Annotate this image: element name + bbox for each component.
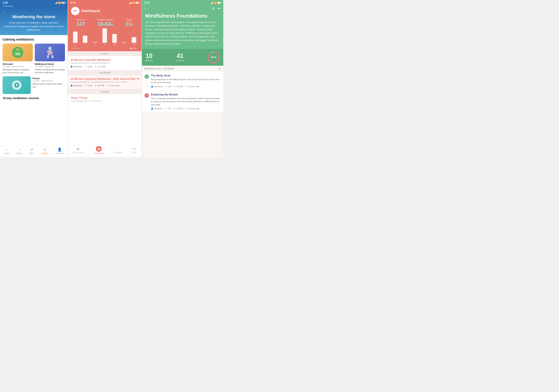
last-played-ago: ⊙ 7 hours ago <box>107 84 119 87</box>
focus-meta: 1-3 MIN · MEDITATION <box>33 80 65 82</box>
walking-card-image <box>35 44 65 61</box>
screen-mindfulness-foundations: 5:14 📶 ‹ ⬇ ••• Mindfulness Foundations O… <box>142 0 223 157</box>
module-header[interactable]: Mindfulness 101 - The Breath ▲ <box>142 66 223 71</box>
nav-sleep[interactable]: ☽ Sleep <box>17 148 22 154</box>
my-programs-icon: ▶ <box>77 147 80 151</box>
session-check-icon-1: ✓ <box>144 74 149 79</box>
trending-item[interactable]: Three Things Stress Management / The Red… <box>68 94 141 106</box>
bar-F <box>83 36 87 43</box>
wifi-icon-3: 📶 <box>214 1 216 4</box>
exploring-breath-type: 👤 Meditation <box>151 107 163 110</box>
battery-icon-2 <box>135 2 139 4</box>
walking-desc: Practice mindfulness by noticing how you… <box>35 68 65 74</box>
bar-chart: T F S S M T W <box>70 30 139 46</box>
wifi-icon: 📶 <box>58 1 61 4</box>
bar-M <box>112 34 117 43</box>
nav-my-programs[interactable]: ▶ My Programs <box>73 147 84 154</box>
stressed-card[interactable]: Stressed 3-10 MIN · MEDITATION Recognize… <box>3 44 33 74</box>
signal-icon-3 <box>211 2 213 4</box>
walking-card[interactable]: Walking at Home 3-10 MIN · EXERCISE Prac… <box>35 44 65 74</box>
up-next-item[interactable]: 20 Minute Unguided Meditation Unguided M… <box>68 56 141 70</box>
page-description-1: A free selection of meditation, sleep, a… <box>3 21 64 32</box>
walking-title: Walking at Home <box>35 63 65 65</box>
module-arrow-icon: ▲ <box>218 67 221 70</box>
back-button-1[interactable]: ‹ <box>3 10 64 13</box>
size-icon-2: ⬇ <box>174 107 175 110</box>
program-content: Mindfulness 101 - The Breath ▲ ✓ The Bod… <box>142 66 223 157</box>
more-options-button[interactable]: ••• <box>217 7 221 10</box>
battery-icon-3 <box>217 2 221 4</box>
program-description: Our most comprehensive adult program. Th… <box>145 20 220 46</box>
body-scan-ago: ⊙ 2 months ago <box>185 85 199 88</box>
meditation-type-icon-2: 👤 <box>151 107 153 110</box>
exploring-breath-size: ⬇ 1.28 MB <box>174 107 183 110</box>
trending-subtitle: Stress Management / The Red Zone <box>70 100 139 102</box>
favourites-icon: ♡ <box>116 147 120 151</box>
last-played-item[interactable]: 10 Minute Unguided Meditation - With Int… <box>68 75 141 89</box>
last-played-meta: 👤 Meditation ⏱ 10:00 ⬇ 6.87 MB ⊙ 7 hours… <box>70 84 139 87</box>
download-button[interactable]: ⬇ <box>212 7 215 10</box>
modules-count: 10 <box>145 53 153 59</box>
chart-bar-2: S <box>93 42 97 46</box>
bottom-nav-2: ▶ My Programs ▦ Dashboard ♡ Favourites •… <box>68 144 141 157</box>
status-time-1: 1:35 <box>3 1 8 4</box>
modules-stat: 10 Modules <box>145 53 153 62</box>
legend-mood: Mood <box>130 47 136 49</box>
sessions-stat: 41 Sessions <box>176 53 184 62</box>
trending-header: Trending <box>68 89 141 94</box>
favourite-heart-icon[interactable]: ❤ <box>137 77 139 80</box>
exploring-breath-ago: ⊙ 2 months ago <box>185 107 199 110</box>
time-icon-1: ⊙ <box>185 85 187 88</box>
nav-khamosh[interactable]: 👤 Khamosh <box>56 148 64 154</box>
chart-bar-0: T <box>73 32 77 46</box>
session-body-scan[interactable]: ✓ The Body Scan Bring awareness to the d… <box>142 71 223 90</box>
focus-card[interactable]: Focus 1-3 MIN · MEDITATION Bring out the… <box>3 76 65 94</box>
meditation-type-icon-1: 👤 <box>151 85 153 88</box>
stressed-title: Stressed <box>3 63 33 65</box>
last-played-type: 👤 Meditation <box>70 84 82 87</box>
up-next-size: ⬇ 13.73 MB <box>95 65 105 68</box>
khamosh-icon: 👤 <box>57 148 62 152</box>
download-icon: ⬇ <box>95 65 96 68</box>
notification-bar: ◄ WhatsApp <box>0 5 68 8</box>
module-title: Mindfulness 101 - The Breath <box>144 67 174 70</box>
last-played-title: 10 Minute Unguided Meditation - With Int… <box>70 77 137 81</box>
nav-more[interactable]: ••• More <box>132 147 137 154</box>
session-body-2: Exploring the Breath This is a general m… <box>151 93 221 110</box>
clock-icon: ⏱ <box>85 65 87 68</box>
sessions-stat: Sessions 127 <box>76 19 85 26</box>
up-next-subtitle: Unguided Meditations / Unguided Meditati… <box>70 62 139 64</box>
user-avatar[interactable]: KP <box>71 7 79 15</box>
body-scan-desc: Bring awareness to the different parts o… <box>151 78 221 84</box>
signal-icon <box>55 2 57 4</box>
status-time-2: 5:14 <box>70 1 76 4</box>
nav-move[interactable]: ↺ Move <box>29 148 34 154</box>
size-icon-1: ⬇ <box>174 85 175 88</box>
nav-dashboard[interactable]: ▦ Dashboard <box>94 146 104 154</box>
status-bar-2: 5:14 📶 <box>68 0 141 5</box>
header-actions: ⬇ ••• <box>212 7 221 10</box>
bar-W <box>132 37 136 43</box>
nav-favourites[interactable]: ♡ Favourites <box>113 147 122 154</box>
time-icon-2: ⊙ <box>185 107 187 110</box>
up-next-header: Up Next <box>68 51 141 56</box>
sessions-count: 41 <box>176 53 184 59</box>
dashboard-icon: ▦ <box>96 146 102 152</box>
legend-time: Time <box>73 47 79 49</box>
nav-home[interactable]: ⌂ Home <box>4 148 9 154</box>
progress-circle: 31/41 <box>207 51 220 64</box>
dashboard-title: Dashboard <box>81 9 100 13</box>
back-button-3[interactable]: ‹ <box>144 6 146 11</box>
up-next-title: 20 Minute Unguided Meditation <box>70 58 139 62</box>
nav-explore[interactable]: ⊙ Explore <box>41 148 48 154</box>
status-icons-1: 📶 <box>55 1 65 4</box>
walking-meta: 3-10 MIN · EXERCISE <box>35 66 65 68</box>
chart-bar-3: S <box>102 28 107 46</box>
move-icon: ↺ <box>30 148 33 152</box>
streak-label: Streak <box>125 19 133 21</box>
chart-legend: Time Mood <box>70 46 139 51</box>
exploring-breath-title: Exploring the Breath <box>151 93 221 96</box>
bar-T1 <box>73 32 77 43</box>
session-exploring-breath[interactable]: ✓ Exploring the Breath This is a general… <box>142 90 223 113</box>
up-next-duration: ⏱ 20:00 <box>85 65 92 68</box>
